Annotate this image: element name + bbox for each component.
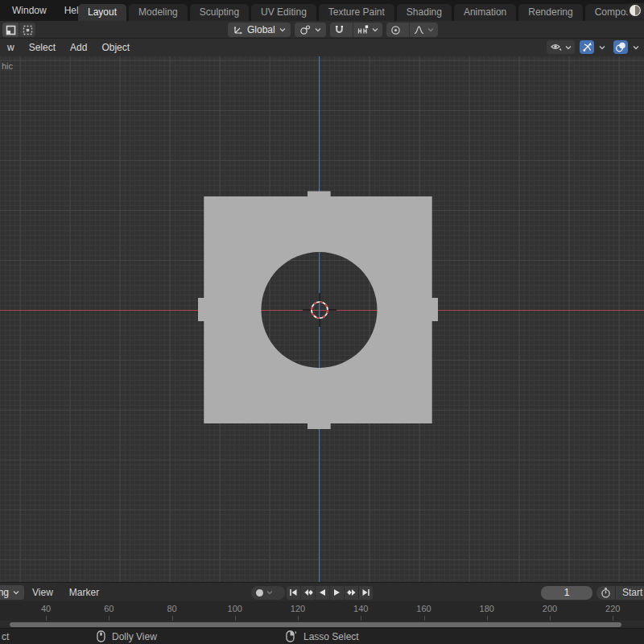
cursor-3d[interactable] <box>300 291 339 329</box>
use-preview-range-toggle[interactable] <box>597 586 615 600</box>
ruler-frame-label: 80 <box>167 604 176 613</box>
scene-browse-button[interactable] <box>626 3 644 18</box>
pivot-point-icon <box>299 25 311 35</box>
snap-toggle-button[interactable] <box>330 23 349 37</box>
falloff-curve-icon <box>414 25 424 35</box>
snap-settings-dropdown[interactable] <box>353 23 382 37</box>
ruler-frame-label: 60 <box>104 604 114 613</box>
mouse-right-icon <box>286 630 297 642</box>
timeline-header: ng ViewMarker <box>0 582 644 601</box>
select-box-icon <box>6 25 16 35</box>
scene-icon <box>630 5 641 16</box>
snap-magnet-icon <box>334 25 345 35</box>
overlays-icon <box>615 42 626 52</box>
viewport-header: wSelectAddObject <box>0 39 644 56</box>
menu-marker[interactable]: Marker <box>61 584 107 601</box>
playback-controls <box>287 586 373 600</box>
gizmos-icon <box>582 42 592 52</box>
timeline-scroll-track <box>0 621 644 628</box>
pivot-point-dropdown[interactable] <box>295 23 326 37</box>
select-lasso-button[interactable] <box>19 23 35 37</box>
timeline-ruler[interactable]: 406080100120140160180200220 <box>0 601 644 621</box>
show-overlays-toggle[interactable] <box>613 40 628 54</box>
tab-uv-editing[interactable]: UV Editing <box>251 4 316 21</box>
auto-keying-button[interactable] <box>251 586 285 600</box>
menu-w[interactable]: w <box>0 39 22 56</box>
timeline-scrollbar[interactable] <box>10 622 621 627</box>
select-box-button[interactable] <box>2 23 19 37</box>
ruler-frame-label: 220 <box>605 604 620 613</box>
overlays-group <box>613 40 642 54</box>
transform-orientation-value: Global <box>247 24 275 35</box>
tab-layout[interactable]: Layout <box>78 4 126 21</box>
status-hint-label: Lasso Select <box>303 631 359 642</box>
tab-rendering[interactable]: Rendering <box>518 4 582 21</box>
jump-to-start-button[interactable] <box>287 586 300 600</box>
menu-window[interactable]: Window <box>3 2 56 19</box>
snapping-group <box>330 23 382 37</box>
chevron-down-icon <box>266 590 273 595</box>
viewport-menus: wSelectAddObject <box>0 39 137 56</box>
proportional-editing-icon <box>390 25 401 35</box>
jump-to-end-button[interactable] <box>359 586 373 600</box>
status-hint-dolly: Dolly View <box>97 630 157 642</box>
topbar: WindowHelp LayoutModelingSculptingUV Edi… <box>0 0 644 21</box>
stopwatch-icon <box>601 588 611 598</box>
jump-to-next-keyframe-button[interactable] <box>345 586 358 600</box>
frame-start-field[interactable]: Start <box>616 586 644 600</box>
overlays-dropdown[interactable] <box>630 40 642 54</box>
ruler-frame-label: 200 <box>543 604 557 613</box>
viewport-3d[interactable]: hic <box>0 56 644 582</box>
chevron-down-icon <box>13 590 19 595</box>
mouse-middle-icon <box>97 630 105 642</box>
visibility-eye-icon <box>550 42 563 52</box>
chevron-down-icon <box>599 45 605 50</box>
show-gizmos-toggle[interactable] <box>580 40 594 54</box>
menu-select[interactable]: Select <box>22 39 63 56</box>
chevron-down-icon <box>427 27 434 32</box>
ruler-frame-label: 180 <box>480 604 494 613</box>
menu-object[interactable]: Object <box>94 39 137 56</box>
ruler-frame-label: 140 <box>353 604 368 613</box>
chevron-down-icon <box>565 45 572 50</box>
transform-snap-cluster: Global <box>228 23 438 37</box>
gizmos-group <box>580 40 609 54</box>
ruler-frame-label: 100 <box>228 604 242 613</box>
orientation-axes-icon <box>233 25 243 35</box>
snap-increment-icon <box>357 25 369 35</box>
chevron-down-icon <box>315 27 321 32</box>
tab-modeling[interactable]: Modeling <box>129 4 188 21</box>
ruler-frame-label: 160 <box>416 604 431 613</box>
record-circle-icon <box>256 589 263 597</box>
tab-sculpting[interactable]: Sculpting <box>190 4 249 21</box>
chevron-down-icon <box>633 45 639 50</box>
chevron-down-icon <box>372 27 378 32</box>
status-bar: ct Dolly View Lasso Select <box>0 628 644 644</box>
proportional-edit-group <box>386 23 438 37</box>
timeline-menus: ViewMarker <box>24 583 107 602</box>
chevron-down-icon <box>279 27 286 32</box>
proportional-edit-toggle[interactable] <box>386 23 405 37</box>
jump-to-prev-keyframe-button[interactable] <box>301 586 315 600</box>
tab-texture-paint[interactable]: Texture Paint <box>319 4 394 21</box>
tab-shading[interactable]: Shading <box>397 4 452 21</box>
timeline-editor-dropdown-text: ng <box>0 587 9 598</box>
play-reverse-button[interactable] <box>316 586 329 600</box>
menu-add[interactable]: Add <box>63 39 94 56</box>
object-visibility-dropdown[interactable] <box>547 40 575 54</box>
proportional-falloff-dropdown[interactable] <box>409 23 438 37</box>
timeline-editor-dropdown[interactable]: ng <box>0 585 24 600</box>
status-hint-lasso: Lasso Select <box>286 630 359 642</box>
play-button[interactable] <box>330 586 344 600</box>
status-left-text: ct <box>2 631 9 642</box>
viewport-header-right <box>547 40 642 54</box>
gizmos-dropdown[interactable] <box>596 40 609 54</box>
tab-animation[interactable]: Animation <box>454 4 516 21</box>
current-frame-field[interactable]: 1 <box>541 586 592 600</box>
blender-window: WindowHelp LayoutModelingSculptingUV Edi… <box>0 0 644 644</box>
select-lasso-icon <box>23 25 33 35</box>
ruler-frame-label: 40 <box>41 604 51 613</box>
select-mode-group <box>2 23 35 37</box>
transform-orientation-dropdown[interactable]: Global <box>228 23 291 37</box>
menu-view[interactable]: View <box>24 584 61 601</box>
